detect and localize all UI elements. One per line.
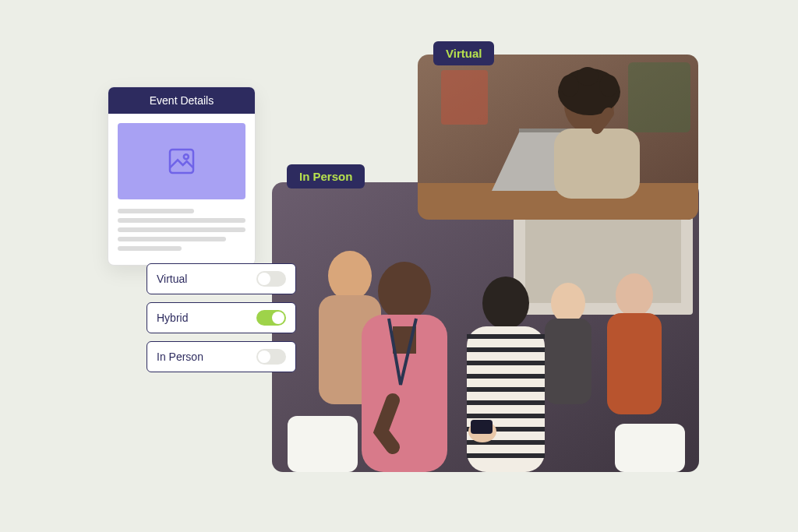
option-label: Hybrid (157, 312, 188, 324)
image-placeholder (118, 123, 245, 199)
svg-rect-25 (467, 453, 545, 458)
svg-rect-9 (288, 416, 358, 472)
svg-rect-16 (467, 334, 545, 339)
svg-point-36 (577, 67, 598, 86)
svg-point-14 (482, 277, 529, 329)
event-card-body (108, 114, 255, 265)
placeholder-line (118, 209, 194, 213)
svg-rect-17 (467, 347, 545, 352)
svg-rect-38 (170, 150, 193, 173)
option-label: In Person (157, 351, 203, 363)
svg-rect-6 (545, 319, 591, 404)
event-details-card: Event Details (108, 86, 256, 266)
placeholder-line (118, 227, 245, 232)
svg-rect-21 (467, 400, 545, 405)
tag-virtual: Virtual (433, 41, 494, 65)
option-in-person[interactable]: In Person (147, 341, 296, 372)
svg-point-11 (378, 262, 431, 321)
option-label: Virtual (157, 273, 187, 285)
svg-rect-37 (554, 129, 640, 199)
svg-point-34 (560, 75, 579, 97)
placeholder-line (118, 218, 245, 223)
toggle-in-person[interactable] (256, 349, 286, 365)
option-virtual[interactable]: Virtual (147, 263, 296, 294)
svg-point-5 (551, 283, 585, 323)
svg-rect-18 (467, 361, 545, 365)
svg-rect-22 (467, 414, 545, 418)
placeholder-line (118, 246, 182, 251)
svg-rect-30 (628, 62, 690, 132)
toggle-virtual[interactable] (256, 271, 286, 287)
svg-rect-29 (441, 70, 488, 125)
svg-rect-8 (607, 313, 662, 414)
svg-point-3 (328, 251, 372, 301)
virtual-photo (418, 55, 698, 220)
svg-rect-27 (471, 420, 493, 434)
svg-rect-19 (467, 374, 545, 379)
svg-rect-2 (525, 217, 681, 303)
event-type-options: Virtual Hybrid In Person (147, 263, 296, 372)
toggle-hybrid[interactable] (256, 310, 286, 326)
option-hybrid[interactable]: Hybrid (147, 302, 296, 333)
event-details-title: Event Details (108, 87, 255, 114)
placeholder-line (118, 237, 226, 241)
svg-point-39 (184, 154, 189, 159)
svg-point-35 (599, 75, 618, 97)
svg-point-7 (616, 273, 653, 317)
in-person-photo (272, 182, 699, 472)
image-icon (166, 146, 197, 177)
svg-rect-20 (467, 387, 545, 392)
svg-rect-10 (615, 424, 685, 472)
tag-in-person: In Person (287, 164, 365, 188)
